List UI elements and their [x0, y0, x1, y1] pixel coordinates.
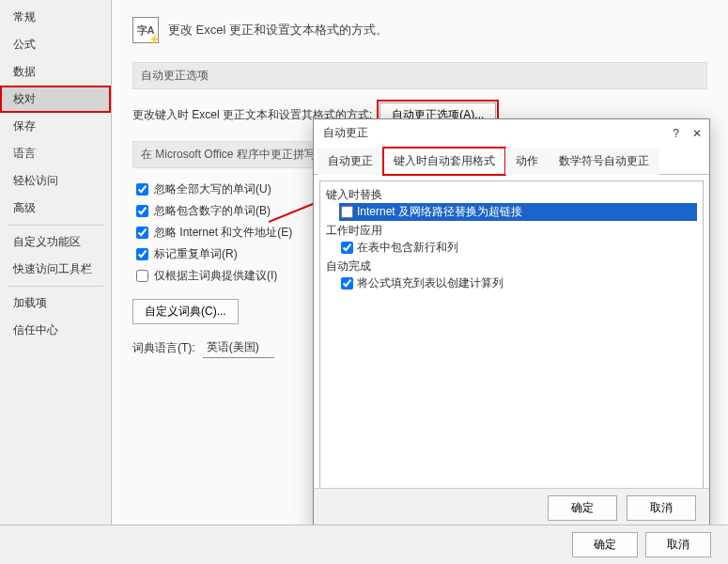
dictionary-language-select[interactable]: 英语(美国)	[203, 337, 274, 358]
options-sidebar: 常规 公式 数据 校对 保存 语言 轻松访问 高级 自定义功能区 快速访问工具栏…	[0, 0, 112, 564]
check-ignore-numbers-box[interactable]	[136, 205, 148, 217]
custom-dictionaries-button[interactable]: 自定义词典(C)...	[132, 299, 239, 324]
check-flag-repeated-label: 标记重复单词(R)	[154, 246, 238, 262]
dialog-ok-button[interactable]: 确定	[548, 495, 617, 521]
check-ignore-uppercase-box[interactable]	[136, 183, 148, 196]
group-auto-complete: 自动完成	[326, 258, 697, 274]
tab-autoformat-as-you-type[interactable]: 键入时自动套用格式	[383, 148, 505, 175]
sidebar-item-general[interactable]: 常规	[0, 4, 111, 31]
dialog-titlebar: 自动更正 ? ✕	[314, 119, 709, 147]
sidebar-separator	[8, 286, 103, 287]
sidebar-separator	[8, 225, 103, 226]
sidebar-item-trust-center[interactable]: 信任中心	[0, 317, 111, 344]
sidebar-item-customize-ribbon[interactable]: 自定义功能区	[0, 228, 111, 256]
tab-autocorrect[interactable]: 自动更正	[318, 148, 383, 175]
option-fill-formulas-tables[interactable]: 将公式填充到表以创建计算列	[339, 274, 697, 292]
check-ignore-internet-box[interactable]	[136, 227, 148, 239]
check-ignore-numbers-label: 忽略包含数字的单词(B)	[154, 203, 271, 219]
option-internet-paths-hyperlinks-label: Internet 及网络路径替换为超链接	[357, 204, 522, 220]
sidebar-item-qat[interactable]: 快速访问工具栏	[0, 256, 111, 283]
sidebar-item-formulas[interactable]: 公式	[0, 31, 111, 58]
sidebar-item-addins[interactable]: 加载项	[0, 290, 111, 317]
dictionary-language-label: 词典语言(T):	[132, 340, 195, 356]
page-title: 更改 Excel 更正和设置文本格式的方式。	[168, 22, 388, 39]
dialog-tabs: 自动更正 键入时自动套用格式 动作 数学符号自动更正	[314, 147, 709, 175]
option-fill-formulas-tables-checkbox[interactable]	[341, 277, 353, 290]
check-ignore-uppercase-label: 忽略全部大写的单词(U)	[154, 181, 271, 197]
sidebar-item-language[interactable]: 语言	[0, 140, 111, 167]
sidebar-item-advanced[interactable]: 高级	[0, 195, 111, 222]
sidebar-item-proofing[interactable]: 校对	[0, 86, 111, 113]
dialog-footer: 确定 取消	[314, 488, 709, 527]
dialog-help-button[interactable]: ?	[673, 127, 679, 140]
options-cancel-button[interactable]: 取消	[645, 532, 711, 557]
sidebar-item-ease-of-access[interactable]: 轻松访问	[0, 167, 111, 195]
check-main-dict-only-label: 仅根据主词典提供建议(I)	[154, 268, 277, 284]
dialog-body: 键入时替换 Internet 及网络路径替换为超链接 工作时应用 在表中包含新行…	[314, 175, 709, 488]
group-apply-as-you-work: 工作时应用	[326, 223, 697, 239]
dialog-cancel-button[interactable]: 取消	[627, 495, 696, 521]
dialog-title: 自动更正	[323, 125, 368, 141]
dialog-close-button[interactable]: ✕	[692, 127, 702, 140]
tab-actions[interactable]: 动作	[505, 148, 549, 175]
option-internet-paths-hyperlinks-checkbox[interactable]	[341, 206, 353, 218]
check-flag-repeated-box[interactable]	[136, 248, 148, 260]
group-replace-as-you-type: 键入时替换	[326, 187, 697, 203]
options-ok-button[interactable]: 确定	[572, 532, 638, 557]
check-ignore-internet-label: 忽略 Internet 和文件地址(E)	[154, 225, 292, 241]
sidebar-item-data[interactable]: 数据	[0, 58, 111, 86]
sidebar-item-save[interactable]: 保存	[0, 113, 111, 140]
autocorrect-dialog: 自动更正 ? ✕ 自动更正 键入时自动套用格式 动作 数学符号自动更正 键入时替…	[313, 118, 710, 528]
option-include-new-rows-cols[interactable]: 在表中包含新行和列	[339, 239, 697, 257]
tab-math-autocorrect[interactable]: 数学符号自动更正	[549, 148, 659, 175]
option-include-new-rows-cols-label: 在表中包含新行和列	[357, 240, 458, 256]
option-internet-paths-hyperlinks[interactable]: Internet 及网络路径替换为超链接	[339, 203, 697, 221]
option-fill-formulas-tables-label: 将公式填充到表以创建计算列	[357, 275, 503, 291]
proofing-icon: 字A⚡	[132, 17, 159, 43]
check-main-dict-only-box[interactable]	[136, 270, 148, 282]
section-autocorrect-options: 自动更正选项	[132, 62, 707, 89]
option-include-new-rows-cols-checkbox[interactable]	[341, 242, 353, 254]
autoformat-options-tree: 键入时替换 Internet 及网络路径替换为超链接 工作时应用 在表中包含新行…	[319, 180, 704, 488]
options-footer: 确定 取消	[0, 525, 728, 564]
